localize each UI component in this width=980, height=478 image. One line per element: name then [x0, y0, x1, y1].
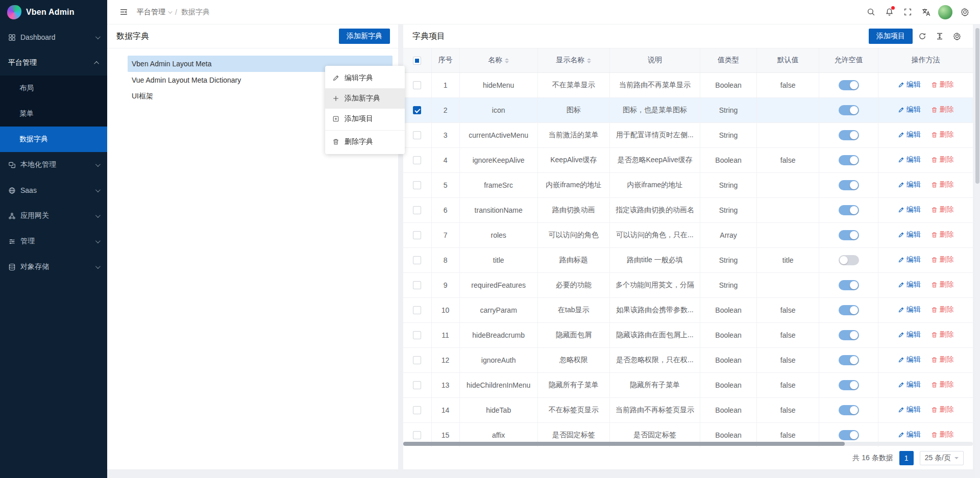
sidebar-item-object-storage[interactable]: 对象存储: [0, 254, 107, 280]
allow-null-toggle[interactable]: [839, 155, 859, 165]
notifications-button[interactable]: [880, 0, 898, 24]
delete-button[interactable]: 删除: [931, 255, 954, 264]
delete-button[interactable]: 删除: [931, 380, 954, 389]
allow-null-toggle[interactable]: [839, 180, 859, 190]
edit-button[interactable]: 编辑: [898, 330, 921, 339]
allow-null-toggle[interactable]: [839, 80, 859, 90]
edit-button[interactable]: 编辑: [898, 305, 921, 314]
edit-button[interactable]: 编辑: [898, 230, 921, 239]
breadcrumb-item[interactable]: 平台管理: [137, 8, 171, 17]
row-checkbox[interactable]: [413, 281, 421, 289]
sort-icon[interactable]: [505, 58, 509, 63]
edit-button[interactable]: 编辑: [898, 180, 921, 189]
edit-button[interactable]: 编辑: [898, 155, 921, 164]
search-button[interactable]: [862, 0, 880, 24]
table-settings-button[interactable]: [949, 29, 965, 44]
settings-button[interactable]: [955, 0, 974, 24]
horizontal-scrollbar-thumb[interactable]: [403, 442, 845, 446]
app-logo[interactable]: Vben Admin: [0, 0, 107, 24]
delete-button[interactable]: 删除: [931, 230, 954, 239]
sidebar-item-platform-management[interactable]: 平台管理: [0, 50, 107, 76]
delete-button[interactable]: 删除: [931, 80, 954, 89]
add-item-button[interactable]: 添加项目: [869, 29, 913, 44]
row-checkbox[interactable]: [413, 156, 421, 164]
allow-null-toggle[interactable]: [839, 330, 859, 340]
table-row[interactable]: 7 roles 可以访问的角色 可以访问的角色，只在... Array 编辑 删…: [403, 222, 973, 247]
delete-button[interactable]: 删除: [931, 355, 954, 364]
edit-button[interactable]: 编辑: [898, 205, 921, 214]
row-checkbox[interactable]: [413, 381, 421, 389]
table-row[interactable]: 2 icon 图标 图标，也是菜单图标 String 编辑 删除: [403, 97, 973, 122]
locale-button[interactable]: [917, 0, 935, 24]
page-number-button[interactable]: 1: [899, 451, 914, 465]
row-checkbox[interactable]: [413, 256, 421, 264]
row-checkbox[interactable]: [413, 231, 421, 239]
sidebar-item-app-gateway[interactable]: 应用网关: [0, 203, 107, 229]
vertical-scrollbar[interactable]: [975, 24, 980, 478]
table-row[interactable]: 3 currentActiveMenu 当前激活的菜单 用于配置详情页时左侧..…: [403, 122, 973, 147]
table-row[interactable]: 13 hideChildrenInMenu 隐藏所有子菜单 隐藏所有子菜单 Bo…: [403, 372, 973, 397]
delete-button[interactable]: 删除: [931, 180, 954, 189]
table-row[interactable]: 14 hideTab 不在标签页显示 当前路由不再标签页显示 Boolean f…: [403, 397, 973, 422]
edit-button[interactable]: 编辑: [898, 380, 921, 389]
sidebar-item-saas[interactable]: Saas: [0, 178, 107, 203]
user-avatar[interactable]: [938, 5, 952, 19]
delete-button[interactable]: 删除: [931, 430, 954, 439]
delete-button[interactable]: 删除: [931, 205, 954, 214]
edit-button[interactable]: 编辑: [898, 280, 921, 289]
row-checkbox[interactable]: [413, 331, 421, 339]
add-dictionary-button[interactable]: 添加新字典: [339, 29, 390, 44]
allow-null-toggle[interactable]: [839, 130, 859, 140]
edit-button[interactable]: 编辑: [898, 255, 921, 264]
context-menu-edit-dictionary[interactable]: 编辑字典: [325, 68, 405, 88]
row-height-button[interactable]: [932, 29, 947, 44]
sidebar-item-dashboard[interactable]: Dashboard: [0, 24, 107, 50]
context-menu-delete-dictionary[interactable]: 删除字典: [325, 132, 405, 152]
table-row[interactable]: 9 requiredFeatures 必要的功能 多个功能间用英文，分隔 Str…: [403, 272, 973, 297]
table-row[interactable]: 8 title 路由标题 路由title 一般必填 String title 编…: [403, 247, 973, 272]
table-row[interactable]: 1 hideMenu 不在菜单显示 当前路由不再菜单显示 Boolean fal…: [403, 72, 973, 97]
delete-button[interactable]: 删除: [931, 280, 954, 289]
context-menu-add-item[interactable]: 添加项目: [325, 109, 405, 129]
context-menu-add-dictionary[interactable]: 添加新字典: [325, 88, 405, 109]
delete-button[interactable]: 删除: [931, 330, 954, 339]
sidebar-item-management[interactable]: 管理: [0, 229, 107, 254]
row-checkbox[interactable]: [413, 181, 421, 189]
sidebar-item-layout[interactable]: 布局: [0, 76, 107, 101]
row-checkbox[interactable]: [413, 81, 421, 89]
allow-null-toggle[interactable]: [839, 230, 859, 240]
table-row[interactable]: 4 ignoreKeepAlive KeepAlive缓存 是否忽略KeepAl…: [403, 147, 973, 172]
col-display-name[interactable]: 显示名称: [537, 48, 609, 72]
row-checkbox[interactable]: [413, 131, 421, 139]
allow-null-toggle[interactable]: [839, 430, 859, 440]
page-size-select[interactable]: 25 条/页: [920, 451, 964, 465]
collapse-sidebar-button[interactable]: [114, 0, 133, 24]
vertical-scrollbar-thumb[interactable]: [975, 28, 979, 184]
row-checkbox[interactable]: [413, 206, 421, 214]
sort-icon[interactable]: [587, 58, 591, 63]
row-checkbox[interactable]: [413, 406, 421, 414]
delete-button[interactable]: 删除: [931, 405, 954, 414]
table-row[interactable]: 11 hideBreadcrumb 隐藏面包屑 隐藏该路由在面包屑上... Bo…: [403, 322, 973, 347]
row-checkbox[interactable]: [413, 431, 421, 439]
edit-button[interactable]: 编辑: [898, 80, 921, 89]
row-checkbox[interactable]: [413, 106, 421, 114]
edit-button[interactable]: 编辑: [898, 130, 921, 139]
edit-button[interactable]: 编辑: [898, 105, 921, 114]
delete-button[interactable]: 删除: [931, 130, 954, 139]
allow-null-toggle[interactable]: [839, 255, 859, 265]
table-row[interactable]: 6 transitionName 路由切换动画 指定该路由切换的动画名 Stri…: [403, 197, 973, 222]
sidebar-item-data-dictionary[interactable]: 数据字典: [0, 127, 107, 152]
delete-button[interactable]: 删除: [931, 155, 954, 164]
fullscreen-button[interactable]: [898, 0, 917, 24]
sidebar-item-menu[interactable]: 菜单: [0, 101, 107, 127]
delete-button[interactable]: 删除: [931, 305, 954, 314]
row-checkbox[interactable]: [413, 306, 421, 314]
col-name[interactable]: 名称: [459, 48, 537, 72]
allow-null-toggle[interactable]: [839, 355, 859, 365]
refresh-button[interactable]: [915, 29, 930, 44]
horizontal-scrollbar[interactable]: [403, 442, 973, 446]
sidebar-item-localization[interactable]: 本地化管理: [0, 152, 107, 178]
edit-button[interactable]: 编辑: [898, 430, 921, 439]
row-checkbox[interactable]: [413, 356, 421, 364]
